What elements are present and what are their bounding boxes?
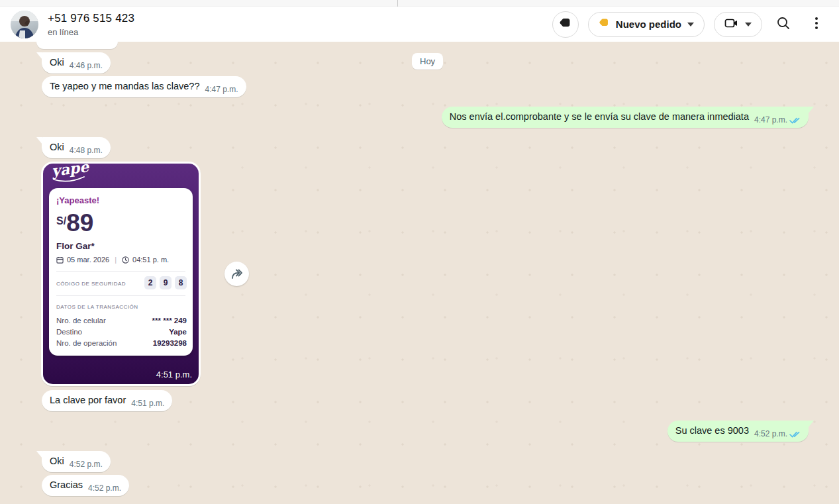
message-text: Nos envía el.comprobante y se le envía s… <box>450 111 749 123</box>
search-button[interactable] <box>771 13 795 36</box>
receipt-title: ¡Yapeaste! <box>56 195 99 205</box>
message-bubble-incoming[interactable]: La clave por favor 4:51 p.m. <box>42 390 172 411</box>
message-text: Oki <box>50 141 64 154</box>
receipt-datetime: 05 mar. 2026 | 04:51 p. m. <box>56 256 169 264</box>
contact-status: en línea <box>48 27 134 37</box>
chevron-down-icon <box>745 23 752 26</box>
message-bubble-incoming[interactable]: Gracias 4:52 p.m. <box>42 475 129 496</box>
security-digit: 9 <box>160 276 172 289</box>
message-time: 4:52 p.m. <box>70 460 103 469</box>
kebab-menu-icon <box>814 17 818 32</box>
transaction-row: Destino Yape <box>56 328 187 336</box>
message-text: Gracias <box>50 479 83 491</box>
divider <box>56 271 185 272</box>
amount-value: 89 <box>66 211 93 236</box>
message-text: Te yapeo y me mandas las clave?? <box>50 80 200 93</box>
recipient-name: Flor Gar* <box>56 241 95 251</box>
read-receipt-icon <box>789 117 801 124</box>
row-label: Nro. de operación <box>56 339 117 347</box>
date-divider: Hoy <box>412 53 443 70</box>
search-icon <box>776 16 791 33</box>
security-digit: 2 <box>144 276 156 289</box>
conversation-panel[interactable]: Hoy Oki 4:46 p.m. Te yapeo y me mandas l… <box>0 42 839 504</box>
message-time: 4:47 p.m. <box>754 115 787 125</box>
receipt-card: ¡Yapeaste! S/ 89 Flor Gar* 05 mar. 2026 … <box>49 188 193 356</box>
chat-header: +51 976 515 423 en línea Nuevo pedido <box>0 7 839 42</box>
row-label: Nro. de celular <box>56 317 106 325</box>
row-value: *** *** 249 <box>152 317 187 325</box>
avatar-photo <box>11 11 38 38</box>
yape-receipt: yape ¡Yapeaste! S/ 89 Flor Gar* <box>43 164 199 384</box>
row-value: 19293298 <box>153 339 187 347</box>
labels-button[interactable] <box>552 11 579 38</box>
message-time: 4:51 p.m. <box>131 399 164 408</box>
message-time: 4:47 p.m. <box>205 85 238 94</box>
pane-divider <box>397 0 398 7</box>
separator: | <box>115 256 117 264</box>
clock-icon <box>122 256 129 264</box>
message-time: 4:52 p.m. <box>88 483 121 493</box>
contact-avatar[interactable] <box>11 11 38 38</box>
security-code: 2 9 8 <box>144 276 187 289</box>
yape-logo: yape <box>48 164 96 185</box>
message-text: Oki <box>50 455 64 468</box>
order-tag-icon <box>599 17 610 31</box>
calendar-icon <box>56 256 64 264</box>
message-time: 4:48 p.m. <box>70 146 103 155</box>
message-bubble-incoming[interactable]: Oki 4:52 p.m. <box>42 451 111 472</box>
transaction-data-label: DATOS DE LA TRANSACCIÓN <box>56 304 138 310</box>
menu-button[interactable] <box>805 13 828 36</box>
contact-name: +51 976 515 423 <box>48 12 134 25</box>
message-text: La clave por favor <box>50 394 126 407</box>
transaction-row: Nro. de celular *** *** 249 <box>56 317 187 325</box>
image-message-yape-receipt[interactable]: yape ¡Yapeaste! S/ 89 Flor Gar* <box>41 162 201 386</box>
image-message-time: 4:51 p.m. <box>156 370 192 379</box>
message-time: 4:52 p.m. <box>754 429 787 438</box>
new-order-button[interactable]: Nuevo pedido <box>588 12 705 37</box>
forward-message-button[interactable] <box>224 262 249 286</box>
message-bubble-incoming[interactable]: Oki 4:46 p.m. <box>42 52 111 74</box>
row-label: Destino <box>56 328 82 336</box>
video-call-icon <box>724 17 739 32</box>
forward-arrow-icon <box>230 268 244 280</box>
transaction-row: Nro. de operación 19293298 <box>56 339 187 347</box>
labels-icon <box>559 17 572 32</box>
message-bubble-incoming[interactable]: Oki 4:48 p.m. <box>42 137 111 158</box>
receipt-amount: S/ 89 <box>56 211 93 236</box>
message-bubble-incoming[interactable]: Te yapeo y me mandas las clave?? 4:47 p.… <box>42 76 246 97</box>
row-value: Yape <box>169 328 187 336</box>
new-order-label: Nuevo pedido <box>616 19 681 30</box>
header-actions: Nuevo pedido <box>552 11 828 38</box>
message-bubble-outgoing[interactable]: Su clave es 9003 4:52 p.m. <box>667 421 809 442</box>
video-call-button[interactable] <box>714 12 762 37</box>
read-receipt-icon <box>789 430 801 438</box>
receipt-time: 04:51 p. m. <box>132 256 169 264</box>
chevron-down-icon <box>687 23 694 26</box>
message-bubble-outgoing[interactable]: Nos envía el.comprobante y se le envía s… <box>442 107 809 128</box>
message-time: 4:46 p.m. <box>70 61 103 70</box>
window-top-strip <box>0 0 839 7</box>
divider <box>56 295 185 296</box>
security-code-label: CÓDIGO DE SEGURIDAD <box>56 281 126 287</box>
svg-text:yape: yape <box>50 164 91 179</box>
message-meta: 4:47 p.m. <box>754 115 801 125</box>
currency-symbol: S/ <box>56 215 66 227</box>
message-meta: 4:52 p.m. <box>754 429 801 438</box>
message-text: Oki <box>50 56 64 69</box>
security-digit: 8 <box>175 276 187 289</box>
message-text: Su clave es 9003 <box>675 425 749 437</box>
receipt-date: 05 mar. 2026 <box>67 256 109 264</box>
partial-message-bubble <box>36 40 118 49</box>
contact-info[interactable]: +51 976 515 423 en línea <box>48 12 134 37</box>
